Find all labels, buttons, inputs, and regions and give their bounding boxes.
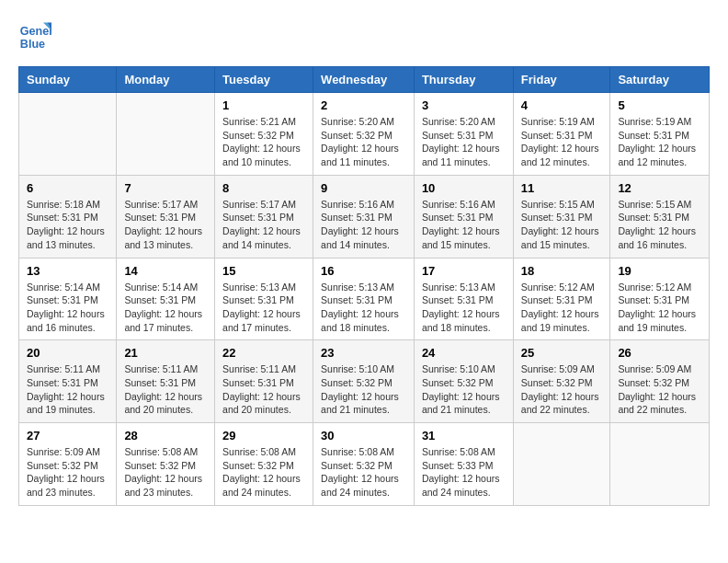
day-info: Sunrise: 5:15 AMSunset: 5:31 PMDaylight:…: [521, 198, 603, 252]
day-info: Sunrise: 5:14 AMSunset: 5:31 PMDaylight:…: [124, 281, 207, 335]
calendar-cell: 4Sunrise: 5:19 AMSunset: 5:31 PMDaylight…: [513, 93, 610, 176]
day-number: 6: [27, 181, 108, 195]
day-info: Sunrise: 5:13 AMSunset: 5:31 PMDaylight:…: [321, 281, 406, 335]
day-number: 31: [422, 429, 506, 442]
logo-icon: General Blue: [18, 18, 51, 52]
calendar-cell: 9Sunrise: 5:16 AMSunset: 5:31 PMDaylight…: [313, 175, 415, 258]
day-number: 28: [124, 429, 207, 442]
calendar-cell: 25Sunrise: 5:09 AMSunset: 5:32 PMDayligh…: [513, 340, 610, 423]
day-number: 13: [27, 264, 108, 278]
weekday-header-sunday: Sunday: [19, 67, 117, 93]
day-info: Sunrise: 5:10 AMSunset: 5:32 PMDaylight:…: [321, 362, 406, 417]
day-number: 8: [222, 181, 305, 195]
day-info: Sunrise: 5:18 AMSunset: 5:31 PMDaylight:…: [27, 198, 108, 252]
calendar-cell: 26Sunrise: 5:09 AMSunset: 5:32 PMDayligh…: [610, 340, 710, 423]
day-number: 10: [422, 181, 506, 195]
calendar-cell: 11Sunrise: 5:15 AMSunset: 5:31 PMDayligh…: [513, 175, 610, 258]
logo: General Blue: [18, 18, 55, 52]
day-info: Sunrise: 5:08 AMSunset: 5:32 PMDaylight:…: [222, 445, 305, 500]
weekday-header-thursday: Thursday: [414, 67, 513, 93]
day-info: Sunrise: 5:12 AMSunset: 5:31 PMDaylight:…: [618, 281, 701, 335]
day-info: Sunrise: 5:19 AMSunset: 5:31 PMDaylight:…: [618, 115, 701, 169]
day-number: 3: [422, 98, 506, 112]
calendar-table: SundayMondayTuesdayWednesdayThursdayFrid…: [18, 66, 710, 506]
calendar-cell: 20Sunrise: 5:11 AMSunset: 5:31 PMDayligh…: [19, 340, 117, 423]
day-number: 7: [124, 181, 207, 195]
calendar-cell: 8Sunrise: 5:17 AMSunset: 5:31 PMDaylight…: [215, 175, 313, 258]
day-number: 30: [321, 429, 406, 442]
day-info: Sunrise: 5:08 AMSunset: 5:33 PMDaylight:…: [422, 445, 506, 500]
day-info: Sunrise: 5:10 AMSunset: 5:32 PMDaylight:…: [422, 362, 506, 417]
day-number: 21: [124, 346, 207, 360]
day-number: 24: [422, 346, 506, 360]
day-info: Sunrise: 5:16 AMSunset: 5:31 PMDaylight:…: [321, 198, 406, 252]
day-number: 11: [521, 181, 603, 195]
calendar-cell: [513, 423, 610, 506]
calendar-week-row: 1Sunrise: 5:21 AMSunset: 5:32 PMDaylight…: [19, 93, 710, 176]
day-info: Sunrise: 5:20 AMSunset: 5:32 PMDaylight:…: [321, 115, 406, 169]
calendar-cell: 30Sunrise: 5:08 AMSunset: 5:32 PMDayligh…: [313, 423, 415, 506]
day-info: Sunrise: 5:15 AMSunset: 5:31 PMDaylight:…: [618, 198, 701, 252]
calendar-week-row: 13Sunrise: 5:14 AMSunset: 5:31 PMDayligh…: [19, 258, 710, 340]
calendar-week-row: 6Sunrise: 5:18 AMSunset: 5:31 PMDaylight…: [19, 175, 710, 258]
calendar-cell: 17Sunrise: 5:13 AMSunset: 5:31 PMDayligh…: [414, 258, 513, 340]
calendar-cell: 3Sunrise: 5:20 AMSunset: 5:31 PMDaylight…: [414, 93, 513, 176]
day-number: 27: [27, 429, 108, 442]
day-number: 15: [222, 264, 305, 278]
page-header: General Blue: [18, 18, 710, 52]
day-number: 23: [321, 346, 406, 360]
day-info: Sunrise: 5:11 AMSunset: 5:31 PMDaylight:…: [27, 362, 108, 417]
calendar-week-row: 27Sunrise: 5:09 AMSunset: 5:32 PMDayligh…: [19, 423, 710, 506]
weekday-header-friday: Friday: [513, 67, 610, 93]
weekday-header-row: SundayMondayTuesdayWednesdayThursdayFrid…: [19, 67, 710, 93]
day-info: Sunrise: 5:11 AMSunset: 5:31 PMDaylight:…: [222, 362, 305, 417]
calendar-cell: 6Sunrise: 5:18 AMSunset: 5:31 PMDaylight…: [19, 175, 117, 258]
calendar-cell: 5Sunrise: 5:19 AMSunset: 5:31 PMDaylight…: [610, 93, 710, 176]
day-info: Sunrise: 5:09 AMSunset: 5:32 PMDaylight:…: [618, 362, 701, 417]
calendar-cell: 1Sunrise: 5:21 AMSunset: 5:32 PMDaylight…: [215, 93, 313, 176]
calendar-cell: 31Sunrise: 5:08 AMSunset: 5:33 PMDayligh…: [414, 423, 513, 506]
calendar-cell: 18Sunrise: 5:12 AMSunset: 5:31 PMDayligh…: [513, 258, 610, 340]
day-number: 9: [321, 181, 406, 195]
day-number: 18: [521, 264, 603, 278]
day-info: Sunrise: 5:20 AMSunset: 5:31 PMDaylight:…: [422, 115, 506, 169]
svg-text:General: General: [20, 25, 51, 38]
day-info: Sunrise: 5:17 AMSunset: 5:31 PMDaylight:…: [222, 198, 305, 252]
day-number: 2: [321, 98, 406, 112]
day-info: Sunrise: 5:12 AMSunset: 5:31 PMDaylight:…: [521, 281, 603, 335]
day-number: 12: [618, 181, 701, 195]
day-info: Sunrise: 5:09 AMSunset: 5:32 PMDaylight:…: [27, 445, 108, 500]
calendar-cell: [19, 93, 117, 176]
day-number: 25: [521, 346, 603, 360]
calendar-cell: 24Sunrise: 5:10 AMSunset: 5:32 PMDayligh…: [414, 340, 513, 423]
calendar-week-row: 20Sunrise: 5:11 AMSunset: 5:31 PMDayligh…: [19, 340, 710, 423]
day-number: 1: [222, 98, 305, 112]
svg-text:Blue: Blue: [20, 38, 45, 51]
day-info: Sunrise: 5:13 AMSunset: 5:31 PMDaylight:…: [222, 281, 305, 335]
calendar-cell: 29Sunrise: 5:08 AMSunset: 5:32 PMDayligh…: [215, 423, 313, 506]
day-info: Sunrise: 5:17 AMSunset: 5:31 PMDaylight:…: [124, 198, 207, 252]
day-number: 29: [222, 429, 305, 442]
calendar-cell: 13Sunrise: 5:14 AMSunset: 5:31 PMDayligh…: [19, 258, 117, 340]
day-info: Sunrise: 5:13 AMSunset: 5:31 PMDaylight:…: [422, 281, 506, 335]
calendar-cell: [610, 423, 710, 506]
day-number: 22: [222, 346, 305, 360]
calendar-cell: 16Sunrise: 5:13 AMSunset: 5:31 PMDayligh…: [313, 258, 415, 340]
day-info: Sunrise: 5:11 AMSunset: 5:31 PMDaylight:…: [124, 362, 207, 417]
day-number: 19: [618, 264, 701, 278]
weekday-header-saturday: Saturday: [610, 67, 710, 93]
day-number: 4: [521, 98, 603, 112]
calendar-cell: 19Sunrise: 5:12 AMSunset: 5:31 PMDayligh…: [610, 258, 710, 340]
day-number: 26: [618, 346, 701, 360]
calendar-cell: [117, 93, 215, 176]
weekday-header-monday: Monday: [117, 67, 215, 93]
day-number: 20: [27, 346, 108, 360]
calendar-cell: 22Sunrise: 5:11 AMSunset: 5:31 PMDayligh…: [215, 340, 313, 423]
calendar-cell: 14Sunrise: 5:14 AMSunset: 5:31 PMDayligh…: [117, 258, 215, 340]
weekday-header-wednesday: Wednesday: [313, 67, 415, 93]
weekday-header-tuesday: Tuesday: [215, 67, 313, 93]
day-info: Sunrise: 5:08 AMSunset: 5:32 PMDaylight:…: [321, 445, 406, 500]
calendar-cell: 21Sunrise: 5:11 AMSunset: 5:31 PMDayligh…: [117, 340, 215, 423]
calendar-cell: 28Sunrise: 5:08 AMSunset: 5:32 PMDayligh…: [117, 423, 215, 506]
calendar-cell: 7Sunrise: 5:17 AMSunset: 5:31 PMDaylight…: [117, 175, 215, 258]
